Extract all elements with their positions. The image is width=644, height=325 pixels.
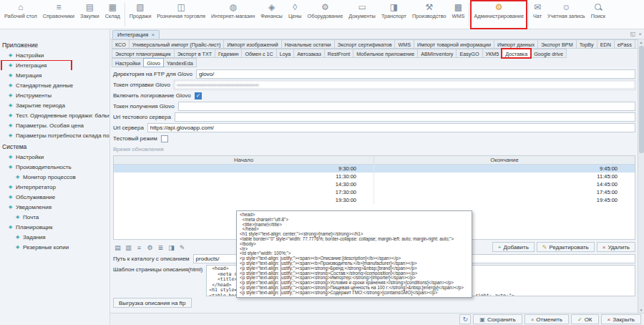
tab[interactable]: TopBy [576, 39, 597, 49]
column-header-end[interactable]: Окончание [374, 156, 635, 164]
tab[interactable]: КСО [112, 39, 130, 49]
sidebar-item[interactable]: ◈ Параметры. Особая цена [0, 120, 109, 130]
sidebar-item[interactable]: ◈ Параметры потребности склада по товару [0, 130, 109, 140]
edit-button[interactable]: ✎ Редактировать [537, 242, 595, 252]
server-url-input[interactable]: https://api.glovoapp.com/ [147, 123, 635, 132]
ftp-dir-input[interactable]: glovo/ [196, 69, 635, 79]
toolbar-item[interactable] [469, 3, 469, 26]
schedule-row[interactable]: 17:30:00 17:45:00 [114, 188, 635, 196]
tab[interactable]: YandexEda [163, 58, 197, 67]
toolbar-item[interactable]: ⌂ Рабочий стол [1, 1, 40, 29]
schedule-row[interactable]: 19:30:00 19:45:00 [114, 196, 635, 204]
tab[interactable]: Импорт данных [494, 39, 538, 49]
toolbar-item[interactable]: ◍ Интернет-магазин [208, 1, 258, 29]
toolbar-item[interactable]: ✉ Чат [530, 1, 545, 29]
sidebar-item[interactable]: ◈ Тест. Однодневные продажи: бальная сис… [0, 110, 109, 120]
close-button[interactable]: × Закрыть [601, 314, 641, 324]
sidebar-item[interactable]: ◈ Задания [0, 232, 109, 242]
close-window-icon[interactable]: × [638, 31, 642, 37]
sidebar-item[interactable]: ◈ Настройки [0, 50, 109, 60]
toolbar-item[interactable]: ⚒ Производство [409, 1, 449, 29]
tab-close-icon[interactable]: × [151, 31, 155, 38]
card-view-icon[interactable]: ▥ [124, 243, 133, 252]
column-header-start[interactable]: Начало [114, 156, 374, 164]
tab[interactable]: EasyGO [456, 49, 482, 58]
vertical-scrollbar[interactable]: ▲ ▼ [638, 39, 644, 313]
tab[interactable]: Обмен с 1С [241, 49, 276, 58]
tab[interactable]: Loya [276, 49, 295, 58]
layout-icon[interactable]: ◨ [167, 243, 176, 252]
sidebar-item[interactable]: Приложение [0, 40, 109, 50]
test-mode-checkbox[interactable] [161, 135, 168, 142]
scrollbar-thumb[interactable] [639, 46, 644, 153]
sidebar-item[interactable]: ◈ Резервные копии [0, 242, 109, 252]
toolbar-item[interactable]: ≡ Справочники [40, 1, 77, 29]
schedule-row[interactable]: 9:30:00 9:45:00 [114, 165, 635, 173]
toolbar-item[interactable]: ▧ Продажи [127, 1, 154, 29]
tab[interactable]: Экспорт в TXT [174, 49, 215, 58]
tab[interactable]: Glovo [143, 58, 164, 67]
toolbar-item[interactable]: ◨ Транспорт [379, 1, 409, 29]
tab[interactable]: WMS [394, 39, 414, 49]
tab[interactable]: Автозаказ [293, 49, 324, 58]
tab[interactable]: Экспорт BPM [537, 39, 577, 49]
refresh-button[interactable]: ↻ [459, 314, 471, 324]
scroll-down-icon[interactable]: ▼ [640, 307, 643, 313]
sidebar-item[interactable]: ◈ Закрытие периода [0, 100, 109, 110]
table-view-icon[interactable]: ▤ [113, 243, 122, 252]
toolbar-item[interactable]: ◊ Цены [286, 1, 305, 29]
sidebar-item[interactable]: ◈ Стандартные данные [0, 80, 109, 90]
ok-button[interactable]: ✓ ОК [571, 314, 599, 324]
list-view-icon[interactable]: ≡ [135, 243, 144, 252]
scroll-up-icon[interactable]: ▲ [640, 39, 643, 45]
toolbar-item[interactable]: ▩ WMS [449, 1, 468, 29]
sidebar-item[interactable]: ◈ Почта [0, 212, 109, 222]
tab[interactable]: Экспорт планограмщик [112, 49, 175, 58]
tab[interactable]: Начальные остатки [281, 39, 335, 49]
logging-checkbox[interactable] [195, 92, 202, 100]
toolbar-item[interactable]: Поиск [588, 1, 608, 29]
tab[interactable]: ePass [614, 39, 635, 49]
test-url-input[interactable] [175, 112, 635, 122]
tab[interactable]: EDN [597, 39, 615, 49]
recv-token-input[interactable] [178, 102, 635, 111]
tab[interactable]: RestFront [324, 49, 354, 58]
document-tab-integration[interactable]: Интеграция × [112, 30, 160, 39]
tab[interactable]: ABMInventory [417, 49, 457, 58]
add-button[interactable]: + Добавить [492, 242, 535, 252]
grid-settings-icon[interactable]: ⚙ [145, 243, 155, 252]
sidebar-item[interactable]: ◈ Обслуживание [0, 192, 109, 202]
toolbar-item[interactable]: ⚙ Оборудование [305, 1, 346, 29]
sidebar-item[interactable]: ◈ Уведомления [0, 202, 109, 212]
tab[interactable]: Экспорт сертификатов [334, 39, 396, 49]
cancel-button[interactable]: × Отменить [525, 314, 569, 324]
sidebar-item[interactable]: ◈ Планировщик [0, 222, 109, 232]
tab[interactable]: Импорт изображений [223, 39, 281, 49]
schedule-row[interactable]: 14:30:00 14:45:00 [114, 180, 635, 188]
toolbar-item[interactable] [125, 3, 125, 26]
tab[interactable]: Гедемин [215, 49, 242, 58]
toolbar-item[interactable]: ◈ Финансы [258, 1, 286, 29]
sort-list-icon[interactable]: ≣ [156, 243, 165, 252]
ftp-upload-button[interactable]: Выгрузка описания на ftp [113, 298, 192, 308]
tab[interactable]: Доставка [502, 49, 531, 58]
sidebar-item[interactable]: ◈ Производительность [0, 162, 109, 172]
undock-window-icon[interactable]: ◱ [630, 31, 636, 37]
toolbar-item[interactable]: ▦ Склад [102, 1, 123, 29]
send-token-input[interactable]: ••••••••••••••••••••••••••••••••••••••••… [174, 80, 635, 89]
sidebar-item[interactable]: ◈ Интерпретатор [0, 182, 109, 192]
sidebar-item[interactable]: ◈ Монитор процессов [0, 172, 109, 182]
toolbar-item[interactable] [528, 3, 529, 26]
tab[interactable]: Универсальный импорт (Прайс-лист) [129, 39, 225, 49]
save-button[interactable]: ▣ Сохранить [473, 314, 522, 324]
toolbar-item[interactable]: ☺ Учетная запись [545, 1, 588, 29]
sidebar-item[interactable]: ◈ Инструменты [0, 90, 109, 100]
edit-cell-icon[interactable]: ✎ [177, 243, 187, 252]
schedule-row[interactable]: 11:30:00 11:45:00 [114, 173, 635, 180]
toolbar-item[interactable]: ▤ Закупки [77, 1, 102, 29]
sidebar-item[interactable]: ◈ Интеграция [0, 60, 109, 70]
tab[interactable]: Настройки [112, 58, 144, 67]
tab[interactable]: Мобильное приложение [353, 49, 418, 58]
sidebar-item[interactable]: ◈ Настройки [0, 152, 109, 162]
sidebar-item[interactable]: Система [0, 142, 109, 152]
